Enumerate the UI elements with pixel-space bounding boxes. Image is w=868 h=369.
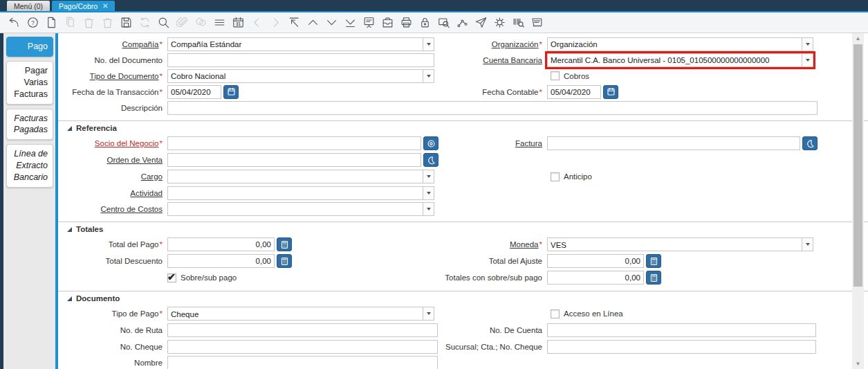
section-totales[interactable]: Totales [58,222,868,236]
chevron-down-icon [423,170,434,183]
print-icon[interactable] [397,14,416,32]
label-orden-venta[interactable]: Orden de Venta [58,156,167,164]
scroll-up-icon[interactable]: ▲ [852,35,864,42]
section-documento[interactable]: Documento [58,291,868,305]
process-icon[interactable] [490,14,509,32]
factura-input[interactable] [547,136,800,150]
report-icon[interactable] [360,14,378,32]
next-record-icon[interactable] [322,14,341,32]
grid-toggle-icon[interactable] [210,14,229,32]
new-record-icon[interactable] [42,14,61,32]
label-descripcion: Descripción [58,104,167,112]
total-descuento-input[interactable] [167,254,275,268]
help-icon[interactable] [24,14,42,32]
vertical-scrollbar[interactable]: ▲ ▼ [852,33,864,369]
label-moneda[interactable]: Moneda* [438,240,547,249]
product-info-icon[interactable] [509,14,528,32]
scrollbar-thumb[interactable] [853,44,862,287]
no-documento-input[interactable] [167,53,434,67]
fecha-contable-input[interactable] [547,85,601,99]
centro-costos-select[interactable] [167,202,434,216]
section-referencia[interactable]: Referencia [58,120,868,135]
last-record-icon[interactable] [341,14,360,32]
tipo-pago-select[interactable]: Cheque [167,307,434,321]
actividad-select[interactable] [167,186,434,200]
total-ajuste-input[interactable] [547,254,644,268]
label-centro-costos[interactable]: Centro de Costos [58,205,167,213]
calculator-button[interactable] [277,254,292,268]
first-record-icon[interactable] [285,14,304,32]
compania-select[interactable]: Compañía Estándar [167,37,434,51]
label-sucursal: Sucursal; Cta.; No. Cheque [438,343,547,351]
nombre-input[interactable] [167,356,438,369]
no-cuenta-input[interactable] [547,323,816,337]
orden-venta-search-button[interactable] [423,153,438,167]
label-no-documento: No. del Documento [58,56,167,64]
tab-pago-cobro[interactable]: Pago/Cobro ✕ [52,1,115,11]
cargo-select[interactable] [167,170,434,183]
workflow-icon[interactable] [453,14,472,32]
anticipo-checkbox[interactable] [551,172,560,181]
cuenta-bancaria-select[interactable]: Mercantil C.A. Banco Universal - 0105_01… [547,53,813,67]
moneda-select[interactable]: VES [547,237,813,251]
sidebar-tab-linea-extracto-bancario[interactable]: Línea de Extracto Bancario [6,144,53,188]
tab-menu[interactable]: Menú (0) [7,1,50,11]
calendar-picker-button[interactable] [603,85,618,99]
label-compania[interactable]: Compañía* [58,40,167,48]
calendar-picker-button[interactable] [223,85,239,99]
calculator-icon [649,257,658,266]
zoom-across-icon[interactable] [434,14,453,32]
close-tab-icon[interactable]: ✕ [102,2,108,10]
chevron-down-icon [802,38,813,51]
descripcion-input[interactable] [167,101,818,115]
socio-negocio-input[interactable] [167,136,421,150]
acceso-en-linea-checkbox[interactable] [551,309,560,318]
total-pago-input[interactable] [167,237,275,251]
previous-record-icon[interactable] [304,14,322,32]
find-icon[interactable] [154,14,173,32]
chevron-down-icon [423,307,434,320]
requests-icon[interactable] [472,14,490,32]
factura-search-button[interactable] [802,136,818,150]
no-cheque-input[interactable] [167,340,438,354]
business-partner-search-button[interactable] [423,136,438,150]
collapse-triangle-icon[interactable] [67,227,72,232]
sidebar-tab-pagar-varias-facturas[interactable]: Pagar Varias Facturas [6,61,53,105]
calculator-button[interactable] [646,271,661,285]
label-socio-negocio[interactable]: Socio del Negocio* [58,139,167,147]
label-fecha-transaccion: Fecha de la Transacción* [58,88,167,96]
collapse-triangle-icon[interactable] [67,296,72,301]
tipo-documento-select[interactable]: Cobro Nacional [167,69,434,83]
fecha-transaccion-input[interactable] [167,85,221,99]
save-icon[interactable] [117,14,136,32]
undo-icon[interactable] [5,14,24,32]
sucursal-input[interactable] [547,340,816,354]
archive-icon[interactable] [378,14,397,32]
lock-icon[interactable] [416,14,434,32]
calculator-icon [280,240,289,249]
label-actividad[interactable]: Actividad [58,189,167,197]
label-organizacion[interactable]: Organización* [438,40,547,48]
label-cobros: Cobros [564,72,589,80]
label-factura[interactable]: Factura [438,139,547,147]
quick-form-icon[interactable] [528,14,546,32]
orden-venta-input[interactable] [167,153,421,167]
calendar-icon[interactable] [229,14,248,32]
calculator-button[interactable] [277,237,292,251]
cobros-checkbox[interactable] [551,71,560,80]
calculator-button[interactable] [646,254,661,268]
sidebar-tab-facturas-pagadas[interactable]: Facturas Pagadas [6,109,53,141]
record-search-icon [427,156,436,165]
label-tipo-documento[interactable]: Tipo de Documento* [58,72,167,80]
sidebar-tab-pago[interactable]: Pago [6,37,53,57]
label-cuenta-bancaria[interactable]: Cuenta Bancaria [438,56,547,64]
totales-sobre-sub-input[interactable] [547,271,644,285]
calculator-icon [649,273,658,282]
no-ruta-input[interactable] [167,323,438,337]
organizacion-select[interactable]: Organización [547,37,813,51]
window-tab-bar: Menú (0) Pago/Cobro ✕ [0,0,868,11]
sobre-sub-pago-checkbox[interactable] [167,273,176,282]
collapse-triangle-icon[interactable] [67,126,72,131]
label-cargo[interactable]: Cargo [58,172,167,181]
scroll-down-icon[interactable]: ▼ [852,361,864,367]
